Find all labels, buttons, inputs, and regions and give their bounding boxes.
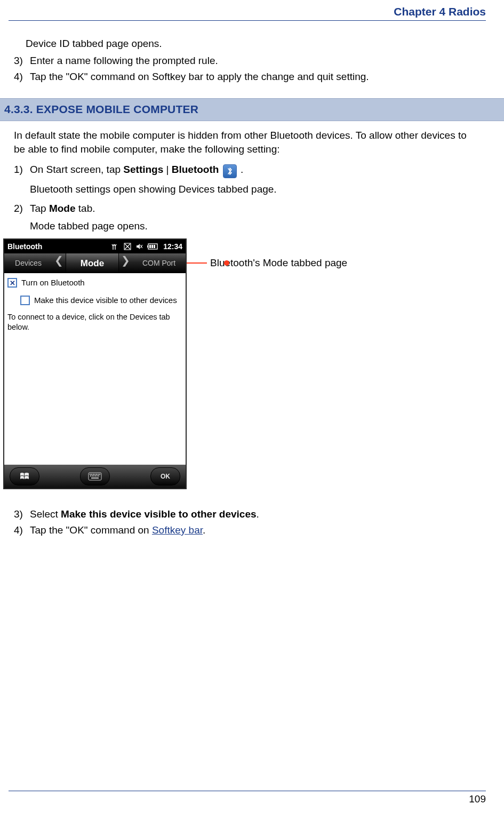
svg-rect-17	[95, 475, 96, 476]
volume-icon	[135, 243, 143, 250]
bluetooth-label: Bluetooth	[172, 164, 219, 175]
step-subtext: Mode tabbed page opens.	[14, 219, 478, 233]
step-text: Tap Mode tab.	[30, 202, 478, 216]
status-title: Bluetooth	[7, 242, 111, 252]
softkey-bar-link[interactable]: Softkey bar	[152, 524, 203, 536]
svg-rect-18	[97, 475, 98, 476]
tab-com-port-label: COM Port	[142, 258, 175, 268]
svg-rect-8	[91, 474, 92, 475]
checkbox-label: Make this device visible to other device…	[34, 295, 177, 306]
softkey-bar: OK	[4, 465, 186, 488]
option-label: Make this device visible to other device…	[61, 508, 256, 520]
step-text: Select Make this device visible to other…	[30, 507, 478, 521]
status-bar: Bluetooth 12:	[4, 240, 186, 253]
text-fragment: .	[203, 524, 205, 536]
list-number: 2)	[14, 202, 30, 216]
svg-rect-2	[147, 245, 148, 248]
step-text: Tap the "OK" command on Softkey bar to a…	[30, 70, 478, 84]
list-number: 1)	[14, 163, 30, 178]
list-number: 4)	[14, 70, 30, 84]
tab-com-port[interactable]: COM Port	[132, 253, 186, 273]
svg-rect-10	[94, 474, 95, 475]
keyboard-icon	[88, 472, 102, 481]
connectivity-icon	[111, 243, 119, 250]
continuation-line: Device ID tabbed page opens.	[14, 37, 478, 51]
step-text: Tap the "OK" command on Softkey bar.	[30, 523, 478, 537]
svg-rect-5	[154, 245, 155, 248]
status-time: 12:34	[163, 242, 182, 252]
chevron-left-icon[interactable]: ❮	[52, 253, 66, 273]
list-number: 3)	[14, 507, 30, 521]
svg-rect-15	[92, 475, 93, 476]
svg-rect-11	[96, 474, 97, 475]
text-fragment: Select	[30, 508, 61, 520]
tab-devices[interactable]: Devices	[4, 253, 52, 273]
section-intro: In default state the mobile computer is …	[14, 129, 478, 156]
svg-rect-7	[90, 474, 91, 475]
page-number: 109	[14, 791, 486, 805]
hint-text: To connect to a device, click on the Dev…	[7, 312, 182, 332]
keyboard-button[interactable]	[80, 467, 110, 485]
step-subtext: Bluetooth settings open showing Devices …	[14, 182, 478, 196]
checkbox-turn-on-bluetooth[interactable]	[7, 278, 17, 288]
text-fragment: .	[257, 508, 259, 520]
list-number: 4)	[14, 523, 30, 537]
checkbox-label: Turn on Bluetooth	[21, 277, 85, 288]
checkbox-make-visible[interactable]	[20, 296, 30, 305]
signal-icon	[124, 243, 131, 250]
svg-rect-19	[98, 475, 99, 476]
text-fragment: On Start screen, tap	[30, 164, 123, 175]
tab-mode[interactable]: Mode	[66, 253, 119, 273]
text-fragment: Tap the "OK" command on	[30, 524, 152, 536]
chevron-right-icon[interactable]: ❯	[119, 253, 132, 273]
step-text: Enter a name following the prompted rule…	[30, 54, 478, 68]
svg-rect-9	[93, 474, 94, 475]
ok-button[interactable]: OK	[150, 467, 180, 485]
text-fragment: tab.	[76, 203, 95, 214]
list-number: 3)	[14, 54, 30, 68]
device-content: Turn on Bluetooth Make this device visib…	[4, 273, 186, 465]
section-number: 4.3.3.	[4, 103, 33, 115]
svg-rect-20	[91, 477, 99, 479]
windows-icon	[19, 472, 30, 481]
svg-rect-4	[151, 245, 153, 248]
svg-rect-3	[149, 245, 151, 248]
svg-rect-14	[90, 475, 91, 476]
device-screenshot: Bluetooth 12:	[3, 238, 187, 489]
settings-label: Settings	[123, 164, 163, 175]
battery-icon	[147, 243, 159, 250]
chapter-header: Chapter 4 Radios	[14, 5, 486, 20]
svg-rect-13	[99, 474, 100, 475]
tab-mode-label: Mode	[81, 257, 104, 269]
callout-connector	[187, 262, 207, 264]
text-fragment: .	[238, 164, 244, 175]
tab-bar: Devices ❮ Mode ❯ COM Port	[4, 253, 186, 273]
section-title: EXPOSE MOBILE COMPUTER	[36, 103, 198, 115]
mode-label: Mode	[49, 203, 76, 214]
step-text: On Start screen, tap Settings | Bluetoot…	[30, 163, 478, 178]
section-heading: 4.3.3. EXPOSE MOBILE COMPUTER	[0, 98, 504, 121]
text-fragment: Tap	[30, 203, 49, 214]
svg-rect-12	[98, 474, 99, 475]
text-fragment: |	[163, 164, 172, 175]
windows-button[interactable]	[10, 467, 39, 485]
svg-rect-16	[93, 475, 94, 476]
bluetooth-icon	[223, 164, 237, 178]
